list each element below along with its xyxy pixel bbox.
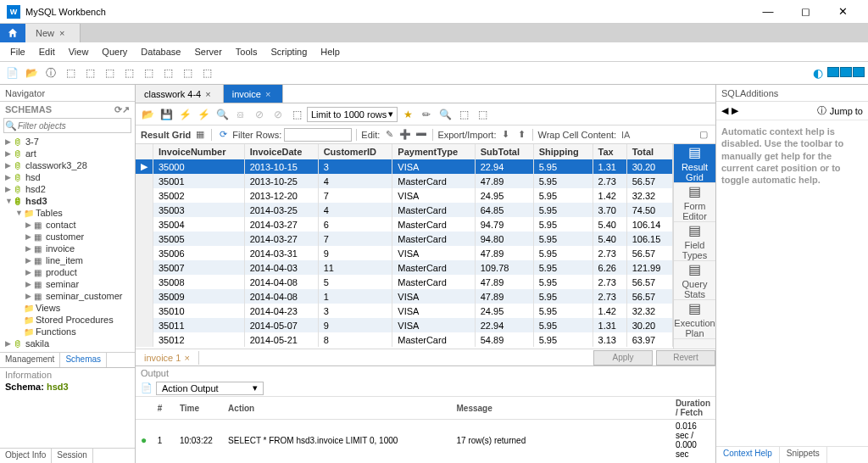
filter-input[interactable]: [18, 121, 131, 131]
search-toolbar-icon[interactable]: 🔍: [437, 106, 453, 123]
refresh-icon[interactable]: ⟳: [114, 104, 122, 115]
menu-database[interactable]: Database: [134, 44, 187, 59]
side-tab[interactable]: ▤Execution Plan: [674, 300, 715, 339]
star-icon[interactable]: ★: [399, 106, 416, 123]
side-tab[interactable]: ▤Form Editor: [674, 183, 715, 222]
tree-item[interactable]: ▶▦line_item: [0, 254, 135, 266]
table-row[interactable]: 350122014-05-218MasterCard54.895.953.136…: [136, 332, 673, 347]
tab-session[interactable]: Session: [52, 449, 93, 463]
panel-toggle-icon[interactable]: ◐: [813, 66, 823, 80]
btn9-icon[interactable]: ⬚: [159, 64, 176, 81]
side-tab[interactable]: ▤Result Grid: [674, 144, 715, 183]
new-sql-icon[interactable]: 📄: [3, 64, 20, 81]
output-table[interactable]: # TimeActionMessageDuration / Fetch ●110…: [136, 397, 715, 463]
panel-layout-toggle[interactable]: [826, 67, 865, 79]
tree-item[interactable]: ▶🛢classwork3_28: [0, 159, 135, 171]
maximize-button[interactable]: ◻: [787, 0, 824, 24]
tree-item[interactable]: 📁Functions: [0, 326, 135, 337]
menu-tools[interactable]: Tools: [229, 44, 264, 59]
revert-button[interactable]: Revert: [656, 350, 715, 365]
tab-close-icon[interactable]: ×: [265, 89, 270, 99]
data-grid[interactable]: InvoiceNumberInvoiceDateCustomerIDPaymen…: [136, 144, 673, 349]
tab-object-info[interactable]: Object Info: [0, 449, 52, 463]
tree-item[interactable]: ▶🛢sakila: [0, 337, 135, 349]
commit-icon[interactable]: ⊘: [270, 106, 287, 123]
side-tab[interactable]: ▤Query Stats: [674, 261, 715, 300]
btn5-icon[interactable]: ⬚: [81, 64, 98, 81]
open-sql-icon[interactable]: 📂: [23, 64, 40, 81]
tree-item[interactable]: ▶▦seminar: [0, 278, 135, 290]
btn11-icon[interactable]: ⬚: [198, 64, 215, 81]
column-header[interactable]: SubTotal: [475, 144, 533, 159]
tab-close-icon[interactable]: ×: [59, 28, 64, 38]
tree-item[interactable]: ▶🛢hsd: [0, 171, 135, 183]
import-icon[interactable]: ⬆: [515, 128, 528, 142]
side-tab[interactable]: ▤Field Types: [674, 222, 715, 261]
apply-button[interactable]: Apply: [593, 350, 653, 365]
column-header[interactable]: InvoiceDate: [244, 144, 318, 159]
menu-view[interactable]: View: [62, 44, 96, 59]
table-row[interactable]: ▶350002013-10-153VISA22.945.951.3130.20: [136, 159, 673, 174]
filter-rows-input[interactable]: [284, 128, 352, 142]
grid-icon[interactable]: ▦: [193, 128, 207, 142]
column-header[interactable]: PaymentType: [392, 144, 475, 159]
menu-server[interactable]: Server: [187, 44, 228, 59]
btn6-icon[interactable]: ⬚: [101, 64, 118, 81]
add-row-icon[interactable]: ➕: [398, 128, 412, 142]
autocommit-icon[interactable]: ⬚: [288, 106, 305, 123]
table-row[interactable]: 350112014-05-079VISA22.945.951.3130.20: [136, 318, 673, 332]
tree-item[interactable]: 📁Views: [0, 302, 135, 314]
delete-row-icon[interactable]: ➖: [415, 128, 428, 142]
home-tab[interactable]: [0, 24, 25, 42]
btn10-icon[interactable]: ⬚: [179, 64, 196, 81]
tree-item[interactable]: 📁Stored Procedures: [0, 314, 135, 326]
column-header[interactable]: Tax: [593, 144, 626, 159]
menu-file[interactable]: File: [3, 44, 32, 59]
table-row[interactable]: 350032014-03-254MasterCard64.855.953.707…: [136, 203, 673, 217]
expand-icon[interactable]: ↗: [122, 104, 130, 115]
export-icon[interactable]: ⬇: [498, 128, 512, 142]
limit-select[interactable]: Limit to 1000 rows▾: [307, 107, 398, 122]
table-row[interactable]: 350052014-03-277MasterCard94.805.955.401…: [136, 232, 673, 246]
tree-item[interactable]: ▼📁Tables: [0, 207, 135, 219]
edit-icon[interactable]: ✎: [382, 128, 396, 142]
execute-step-icon[interactable]: ⚡: [195, 106, 212, 123]
nav-back-icon[interactable]: ◀: [721, 105, 728, 116]
tb1-icon[interactable]: ⬚: [455, 106, 472, 123]
tree-item[interactable]: ▶▦customer: [0, 231, 135, 243]
save-icon[interactable]: 💾: [158, 106, 175, 123]
tree-item[interactable]: ▶▦contact: [0, 219, 135, 231]
nav-fwd-icon[interactable]: ▶: [732, 105, 738, 116]
column-header[interactable]: InvoiceNumber: [153, 144, 245, 159]
table-row[interactable]: 350062014-03-319VISA47.895.952.7356.57: [136, 246, 673, 260]
menu-query[interactable]: Query: [95, 44, 134, 59]
table-row[interactable]: 350082014-04-085MasterCard47.895.952.735…: [136, 275, 673, 289]
doc-tab[interactable]: classwork 4-4×: [136, 85, 224, 103]
panel-square-icon[interactable]: ▢: [697, 128, 710, 142]
btn7-icon[interactable]: ⬚: [120, 64, 137, 81]
tb2-icon[interactable]: ⬚: [474, 106, 491, 123]
schema-tree[interactable]: ▶🛢3-7▶🛢art▶🛢classwork3_28▶🛢hsd▶🛢hsd2▼🛢hs…: [0, 134, 135, 352]
tab-context-help[interactable]: Context Help: [716, 447, 780, 463]
table-row[interactable]: 350012013-10-254MasterCard47.895.952.735…: [136, 174, 673, 188]
tab-management[interactable]: Management: [0, 353, 60, 367]
minimize-button[interactable]: —: [749, 0, 787, 24]
tree-item[interactable]: ▶▦seminar_customer: [0, 290, 135, 302]
doc-tab[interactable]: invoice×: [224, 85, 284, 103]
tree-item[interactable]: ▶🛢3-7: [0, 136, 135, 148]
tree-item[interactable]: ▼🛢hsd3: [0, 195, 135, 207]
table-row[interactable]: 350072014-04-0311MasterCard109.785.956.2…: [136, 260, 673, 275]
close-button[interactable]: ✕: [824, 0, 861, 24]
filter-toggle-icon[interactable]: ⟳: [216, 128, 230, 142]
tab-close-icon[interactable]: ×: [184, 353, 189, 363]
result-tab[interactable]: invoice 1 ×: [136, 351, 199, 365]
tree-item[interactable]: ▶▦invoice: [0, 243, 135, 254]
menu-help[interactable]: Help: [314, 44, 347, 59]
table-row[interactable]: 350042014-03-276MasterCard94.795.955.401…: [136, 217, 673, 232]
menu-scripting[interactable]: Scripting: [264, 44, 314, 59]
table-row[interactable]: 350092014-04-081VISA47.895.952.7356.57: [136, 289, 673, 304]
tab-schemas[interactable]: Schemas: [60, 353, 107, 367]
tree-item[interactable]: ▶▦product: [0, 266, 135, 278]
help-icon[interactable]: ⓘ: [817, 104, 826, 117]
wrap-icon[interactable]: IA: [619, 128, 632, 142]
